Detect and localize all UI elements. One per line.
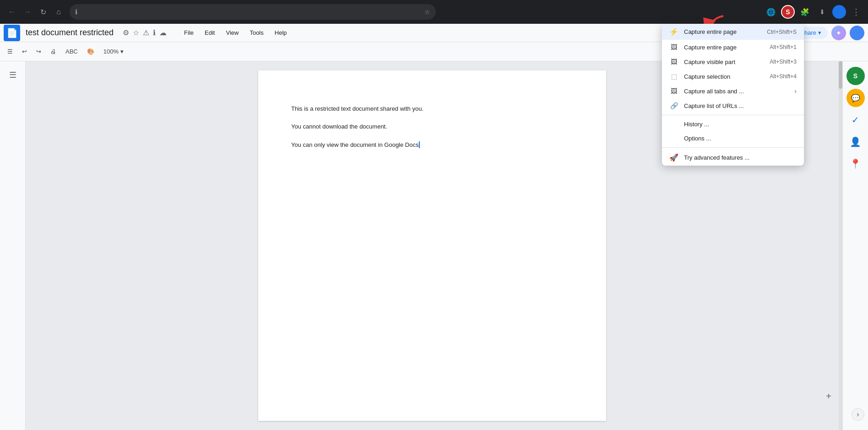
capture-all-tabs-item[interactable]: 🖼 Capture all tabs and ... ›: [662, 84, 804, 98]
sheets-sidebar-icon[interactable]: S: [846, 67, 865, 85]
try-advanced-item[interactable]: 🚀 Try advanced features ...: [662, 150, 804, 166]
menu-view[interactable]: View: [221, 27, 243, 38]
doc-line-1: This is a restricted text document share…: [291, 103, 573, 114]
add-button[interactable]: +: [822, 390, 835, 403]
more-options-button[interactable]: ⋮: [849, 5, 863, 19]
left-panel: ☰: [0, 61, 26, 430]
capture-url-label: Capture list of URLs ...: [684, 102, 797, 109]
user-avatar-docs[interactable]: [850, 26, 864, 40]
forward-button[interactable]: →: [20, 5, 35, 19]
capture-selection-item[interactable]: ⬚ Capture selection Alt+Shift+4: [662, 69, 804, 84]
capture-visible-item[interactable]: 🖼 Capture visible part Alt+Shift+3: [662, 54, 804, 69]
user-avatar[interactable]: [832, 5, 846, 19]
print-btn[interactable]: 🖨: [47, 46, 60, 57]
capture-visible-label: Capture visible part: [684, 59, 764, 65]
share-dropdown-icon: ▾: [818, 29, 821, 36]
docs-logo: 📄: [4, 25, 20, 41]
selection-icon: ⬚: [669, 73, 678, 80]
capture-selection-shortcut: Alt+Shift+4: [770, 73, 797, 80]
document-title: test document restricted: [26, 28, 114, 38]
info-doc-icon[interactable]: ℹ: [153, 28, 156, 37]
undo-btn[interactable]: ↩: [18, 46, 31, 57]
capture-entire-shortcut: Alt+Shift+1: [770, 44, 797, 50]
info-icon: ℹ: [75, 8, 77, 16]
page-icon-1: 🖼: [669, 43, 678, 51]
capture-entire-page-fast-item[interactable]: ⚡ Capture entire page Ctrl+Shift+S: [662, 24, 804, 40]
home-button[interactable]: ⌂: [51, 5, 66, 19]
scrollbar-thumb[interactable]: [839, 61, 842, 89]
capture-entire-fast-shortcut: Ctrl+Shift+S: [767, 29, 797, 35]
screenshot-dropdown: ⚡ Capture entire page Ctrl+Shift+S 🖼 Cap…: [662, 24, 804, 166]
download-icon[interactable]: ⬇: [815, 5, 830, 19]
capture-selection-label: Capture selection: [684, 73, 764, 80]
zoom-btn[interactable]: 100% ▾: [100, 46, 127, 57]
doc-line-2: You cannot download the document.: [291, 121, 573, 132]
options-label: Options ...: [684, 135, 797, 142]
refresh-button[interactable]: ↻: [36, 5, 50, 19]
star-icon[interactable]: ☆: [424, 8, 430, 16]
contacts-sidebar-icon[interactable]: 👤: [846, 133, 865, 151]
doc-page: This is a restricted text document share…: [258, 70, 606, 421]
submenu-arrow-icon: ›: [794, 87, 797, 95]
options-item[interactable]: Options ...: [662, 131, 804, 145]
doc-action-icons: ⚙ ☆ ⚠ ℹ ☁: [123, 28, 167, 37]
star-doc-icon[interactable]: ☆: [133, 28, 139, 37]
scrollbar[interactable]: [839, 61, 842, 430]
redo-btn[interactable]: ↪: [33, 46, 45, 57]
chat-sidebar-icon[interactable]: 💬: [846, 89, 865, 107]
extension-icon[interactable]: 🧩: [797, 5, 812, 19]
rocket-icon: 🚀: [669, 153, 678, 162]
menu-file[interactable]: File: [179, 27, 198, 38]
capture-entire-page-item[interactable]: 🖼 Capture entire page Alt+Shift+1: [662, 40, 804, 54]
doc-line-3: You can only view the document in Google…: [291, 140, 573, 150]
gemini-button[interactable]: ✦: [831, 26, 846, 40]
menu-help[interactable]: Help: [270, 27, 292, 38]
maps-sidebar-icon[interactable]: 📍: [846, 155, 865, 173]
address-bar: ℹ docs.google.com/document/d/1709JOXQVFP…: [70, 4, 436, 20]
nav-buttons: ← → ↻ ⌂: [5, 5, 66, 19]
outline-btn[interactable]: ☰: [5, 67, 21, 83]
browser-toolbar: 🌐 S 🧩 ⬇ ⋮: [764, 5, 863, 19]
divider-2: [662, 147, 804, 148]
capture-entire-fast-label: Capture entire page: [684, 28, 761, 35]
url-icon: 🔗: [669, 102, 678, 109]
history-item[interactable]: History ...: [662, 117, 804, 131]
capture-visible-shortcut: Alt+Shift+3: [770, 59, 797, 65]
menu-tools[interactable]: Tools: [245, 27, 268, 38]
menu-bar-items: File Edit View Tools Help: [179, 27, 291, 38]
history-label: History ...: [684, 121, 797, 128]
capture-all-tabs-label: Capture all tabs and ...: [684, 88, 789, 95]
capture-url-list-item[interactable]: 🔗 Capture list of URLs ...: [662, 98, 804, 113]
translate-icon[interactable]: 🌐: [764, 5, 778, 19]
tasks-sidebar-icon[interactable]: ✓: [846, 111, 865, 129]
drive-icon[interactable]: ⚙: [123, 28, 129, 37]
menu-edit[interactable]: Edit: [200, 27, 219, 38]
cloud-icon[interactable]: ☁: [159, 28, 167, 37]
lightning-icon: ⚡: [669, 27, 678, 36]
advanced-label: Try advanced features ...: [684, 154, 797, 161]
paint-format-btn[interactable]: 🎨: [83, 46, 98, 57]
spellcheck-btn[interactable]: ABC: [62, 46, 81, 57]
tabs-icon: 🖼: [669, 87, 678, 95]
expand-panel-button[interactable]: ›: [852, 408, 864, 421]
outline-toggle[interactable]: ☰: [4, 46, 16, 57]
back-button[interactable]: ←: [5, 5, 19, 19]
browser-chrome: ← → ↻ ⌂ ℹ docs.google.com/document/d/170…: [0, 0, 868, 24]
right-sidebar: S 💬 ✓ 👤 📍: [842, 61, 868, 430]
divider-1: [662, 115, 804, 115]
profile-s-button[interactable]: S: [781, 5, 795, 19]
url-input[interactable]: docs.google.com/document/d/1709JOXQVFPae…: [80, 9, 422, 16]
capture-entire-label: Capture entire page: [684, 44, 764, 51]
page-icon-2: 🖼: [669, 58, 678, 65]
alert-icon[interactable]: ⚠: [143, 28, 149, 37]
